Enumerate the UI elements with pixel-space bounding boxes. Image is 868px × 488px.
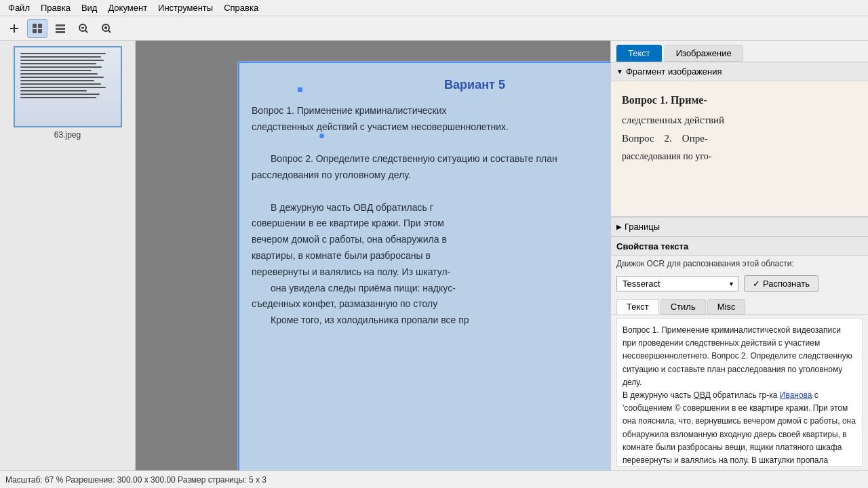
- right-panel: Текст Изображение ▼ Фрагмент изображения…: [610, 41, 868, 470]
- text-content-part3: обратилась гр-ка: [711, 390, 780, 400]
- ocr-label: Движок OCR для распознавания этой област…: [616, 259, 794, 268]
- image-fragment: Вопрос 1. Приме- следственных действий В…: [611, 81, 868, 217]
- grid-view-button[interactable]: [27, 19, 47, 38]
- svg-rect-7: [56, 28, 65, 30]
- text-props-title: Свойства текста: [611, 237, 868, 256]
- borders-header[interactable]: ▶ Границы: [611, 218, 868, 237]
- image-fragment-arrow: ▼: [616, 68, 623, 75]
- marker-dot-2: [319, 134, 324, 138]
- list-view-button[interactable]: [50, 19, 71, 38]
- statusbar-text: Масштаб: 67 % Разрешение: 300.00 x 300.0…: [5, 475, 267, 485]
- thumbnail-item[interactable]: 63.jpeg: [5, 46, 130, 140]
- text-content-part2: В дежурную часть: [623, 390, 694, 400]
- recognize-check-icon: ✓: [753, 279, 760, 289]
- ocr-row: Tesseract ✓ Распознать: [611, 271, 868, 296]
- doc-text: Вопрос 1. Применение криминалистических …: [252, 103, 610, 329]
- left-panel: 63.jpeg: [0, 41, 136, 470]
- doc-title: Вариант 5: [252, 75, 610, 95]
- svg-rect-6: [56, 24, 65, 26]
- text-ivanova: Иванова: [780, 390, 812, 400]
- svg-rect-2: [33, 24, 37, 28]
- menu-help[interactable]: Справка: [218, 1, 264, 14]
- borders-section: ▶ Границы: [611, 218, 868, 237]
- svg-rect-5: [38, 29, 42, 33]
- zoom-in-button[interactable]: [96, 19, 117, 38]
- thumbnail-label: 63.jpeg: [5, 130, 130, 140]
- thumbnail-image: [14, 46, 122, 127]
- menu-file[interactable]: Файл: [3, 1, 35, 14]
- statusbar: Масштаб: 67 % Разрешение: 300.00 x 300.0…: [0, 470, 868, 488]
- ocr-select-container: Tesseract: [616, 276, 738, 291]
- image-fragment-header[interactable]: ▼ Фрагмент изображения: [611, 62, 868, 81]
- recognize-button[interactable]: ✓ Распознать: [744, 275, 818, 292]
- add-button[interactable]: [4, 19, 24, 38]
- text-content-part4: с 'сообщением © совершении в ее квартире…: [623, 390, 856, 467]
- image-fragment-label: Фрагмент изображения: [626, 66, 722, 77]
- borders-arrow: ▶: [616, 223, 622, 230]
- fragment-text: Вопрос 1. Приме- следственных действий В…: [611, 81, 735, 173]
- doc-content: Вариант 5 Вопрос 1. Применение криминали…: [238, 62, 610, 342]
- image-fragment-section: ▼ Фрагмент изображения Вопрос 1. Приме- …: [611, 62, 868, 218]
- thumb-lines: [20, 53, 115, 100]
- menu-edit[interactable]: Правка: [35, 1, 76, 14]
- sub-tab-style[interactable]: Стиль: [660, 299, 706, 314]
- ocr-engine-select[interactable]: Tesseract: [616, 276, 738, 291]
- tab-image[interactable]: Изображение: [665, 45, 743, 62]
- ocr-description: Движок OCR для распознавания этой област…: [611, 256, 868, 271]
- sub-tab-misc[interactable]: Misc: [707, 299, 746, 314]
- sub-tab-text[interactable]: Текст: [616, 299, 659, 314]
- marker-dot-1: [298, 87, 302, 92]
- svg-line-11: [85, 30, 87, 33]
- zoom-out-button[interactable]: [73, 19, 94, 38]
- doc-page: Вариант 5 Вопрос 1. Применение криминали…: [237, 61, 610, 470]
- text-properties: Свойства текста Движок OCR для распознав…: [611, 237, 868, 470]
- svg-line-15: [108, 30, 111, 33]
- right-tabs: Текст Изображение: [611, 41, 868, 62]
- menu-document[interactable]: Документ: [102, 1, 153, 14]
- svg-rect-8: [56, 31, 65, 33]
- svg-rect-3: [38, 24, 42, 28]
- fragment-image: Вопрос 1. Приме- следственных действий В…: [611, 81, 868, 216]
- text-content-part1: Вопрос 1. Применение криминалистической …: [623, 325, 852, 387]
- text-ovd: ОВД: [694, 390, 711, 400]
- recognize-label: Распознать: [763, 279, 810, 289]
- menubar: Файл Правка Вид Документ Инструменты Спр…: [0, 0, 868, 16]
- main-area: 63.jpeg Вариант 5 Вопрос 1. Применение к…: [0, 41, 868, 470]
- sub-tabs: Текст Стиль Misc: [611, 296, 868, 315]
- toolbar: [0, 16, 868, 41]
- borders-label: Границы: [625, 222, 660, 232]
- tab-text[interactable]: Текст: [616, 45, 662, 62]
- center-panel: Вариант 5 Вопрос 1. Применение криминали…: [136, 41, 610, 470]
- svg-rect-4: [33, 29, 37, 33]
- text-content-area[interactable]: Вопрос 1. Применение криминалистической …: [616, 318, 863, 467]
- menu-tools[interactable]: Инструменты: [153, 1, 218, 14]
- menu-view[interactable]: Вид: [76, 1, 103, 14]
